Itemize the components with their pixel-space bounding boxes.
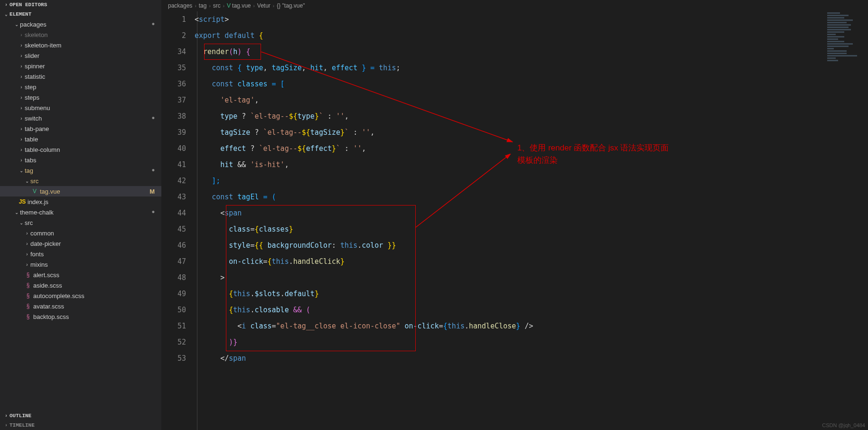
timeline-label: TIMELINE (9, 422, 35, 428)
modified-badge: M (149, 188, 155, 195)
tree-folder[interactable]: ›switch• (0, 113, 161, 123)
tree-folder-theme-chalk[interactable]: ⌄theme-chalk• (0, 207, 161, 217)
scss-icon: § (24, 313, 32, 320)
crumb[interactable]: packages (168, 2, 192, 9)
editor-area: packages› tag› src› V tag.vue› Vetur› {}… (161, 0, 868, 430)
watermark: CSDN @jqh_0484 (822, 422, 865, 428)
crumb[interactable]: Vetur (257, 2, 271, 9)
tree-folder[interactable]: ›statistic (0, 71, 161, 82)
tree-folder-packages[interactable]: ⌄packages• (0, 19, 161, 29)
tree-file-scss[interactable]: §alert.scss (0, 270, 161, 280)
tree-file-tag-vue[interactable]: Vtag.vueM (0, 186, 161, 196)
chevron-down-icon: ⌄ (5, 11, 8, 17)
tree-folder[interactable]: ›table (0, 134, 161, 144)
dirty-dot-icon: • (152, 210, 155, 215)
tree-folder[interactable]: ›mixins (0, 259, 161, 270)
tree-folder-src[interactable]: ⌄src (0, 176, 161, 186)
open-editors-label: OPEN EDITORS (9, 2, 47, 8)
open-editors-header[interactable]: › OPEN EDITORS (0, 0, 161, 9)
dirty-dot-icon: • (152, 168, 155, 173)
chevron-right-icon: › (5, 413, 8, 419)
outline-label: OUTLINE (9, 413, 31, 419)
vue-icon: V (30, 188, 39, 195)
tree-file-scss[interactable]: §avatar.scss (0, 301, 161, 311)
crumb[interactable]: src (213, 2, 221, 9)
element-panel-label: ELEMENT (9, 11, 31, 17)
sidebar: › OPEN EDITORS ⌄ ELEMENT ⌄packages• ›ske… (0, 0, 161, 430)
tree-folder[interactable]: ›fonts (0, 249, 161, 259)
scss-icon: § (24, 271, 32, 278)
crumb[interactable]: {} "tag.vue" (277, 2, 305, 9)
scss-icon: § (24, 282, 32, 289)
scss-icon: § (24, 292, 32, 299)
annotation-text: 1、使用 render 函数配合 jsx 语法实现页面 模板的渲染 (517, 142, 669, 166)
tree-folder[interactable]: ›tab-pane (0, 123, 161, 134)
tree-folder[interactable]: ›submenu (0, 103, 161, 113)
code-editor[interactable]: 1234353637383940414243444546474849505152… (161, 11, 868, 430)
tree-folder-tag[interactable]: ⌄tag• (0, 165, 161, 176)
tree-folder[interactable]: ›slider (0, 50, 161, 61)
code-content[interactable]: <script> export default { render(h) { co… (195, 11, 868, 430)
tree-folder-src[interactable]: ⌄src (0, 217, 161, 228)
vue-icon: V (227, 2, 231, 9)
breadcrumb[interactable]: packages› tag› src› V tag.vue› Vetur› {}… (161, 0, 868, 11)
tree-folder[interactable]: ›skeleton-item (0, 40, 161, 50)
tree-file-index-js[interactable]: JSindex.js (0, 196, 161, 207)
scss-icon: § (24, 303, 32, 309)
tree-folder[interactable]: ›date-picker (0, 238, 161, 249)
tree-file-scss[interactable]: §aside.scss (0, 280, 161, 290)
dirty-dot-icon: • (152, 116, 155, 121)
js-icon: JS (18, 198, 27, 205)
element-panel-header[interactable]: ⌄ ELEMENT (0, 9, 161, 19)
tree-file-scss[interactable]: §backtop.scss (0, 311, 161, 322)
crumb[interactable]: tag (199, 2, 207, 9)
dirty-dot-icon: • (152, 22, 155, 27)
chevron-right-icon: › (5, 423, 8, 428)
minimap[interactable] (825, 11, 868, 106)
tree-folder[interactable]: ›step (0, 82, 161, 92)
tree-folder[interactable]: ›spinner (0, 61, 161, 71)
tree-file-scss[interactable]: §autocomplete.scss (0, 290, 161, 301)
outline-header[interactable]: › OUTLINE (0, 411, 161, 421)
tree-folder[interactable]: ›steps (0, 92, 161, 103)
line-numbers: 1234353637383940414243444546474849505152… (161, 11, 195, 430)
file-tree: ⌄packages• ›skeleton ›skeleton-item ›sli… (0, 19, 161, 411)
tree-folder[interactable]: ›table-column (0, 144, 161, 155)
timeline-header[interactable]: › TIMELINE (0, 421, 161, 430)
chevron-right-icon: › (5, 2, 8, 8)
tree-folder[interactable]: ›tabs (0, 155, 161, 165)
tree-folder[interactable]: ›common (0, 228, 161, 238)
crumb[interactable]: V tag.vue (227, 2, 251, 9)
tree-folder[interactable]: ›skeleton (0, 29, 161, 40)
